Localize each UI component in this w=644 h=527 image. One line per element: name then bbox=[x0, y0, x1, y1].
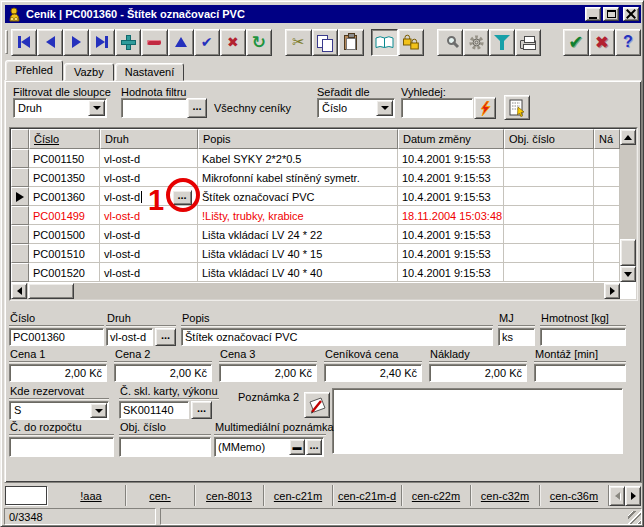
cislo-input[interactable]: PC001360 bbox=[9, 328, 104, 346]
grid-column-header-popis[interactable]: Popis bbox=[198, 129, 398, 149]
grid-cell-popis[interactable]: Štítek označovací PVC bbox=[198, 187, 398, 206]
grid-cell-cislo[interactable]: PC001500 bbox=[29, 225, 100, 244]
row-indicator[interactable] bbox=[11, 149, 29, 168]
grid-cell-obj[interactable] bbox=[504, 225, 594, 244]
grid-cell-druh[interactable]: vl-ost-d bbox=[100, 263, 198, 282]
grid-cell-na[interactable] bbox=[594, 168, 620, 187]
grid-cell-druh[interactable]: vl-ost-d bbox=[100, 244, 198, 263]
row-indicator[interactable] bbox=[11, 206, 29, 225]
scroll-right-button[interactable] bbox=[604, 283, 620, 299]
mm-poznamka-clear-button[interactable]: ▬ bbox=[289, 439, 305, 455]
grid-row-PC001150[interactable]: PC001150vl-ost-dKabel SYKY 2*2*0.510.4.2… bbox=[11, 149, 636, 168]
grid-cell-datum[interactable]: 10.4.2001 9:15:53 bbox=[398, 263, 504, 282]
filter-value-ellipsis-button[interactable]: ... bbox=[187, 98, 207, 118]
report-button[interactable] bbox=[504, 95, 530, 120]
close-form-button[interactable]: ✖ bbox=[589, 29, 615, 56]
grid-cell-na[interactable] bbox=[594, 206, 620, 225]
grid-cell-datum[interactable]: 10.4.2001 9:15:53 bbox=[398, 168, 504, 187]
naklady-input[interactable]: 2,00 Kč bbox=[429, 364, 527, 382]
grid-column-header-datum[interactable]: Datum změny bbox=[398, 129, 504, 149]
tab-prehled[interactable]: Přehled bbox=[5, 60, 63, 81]
grid-cell-cislo[interactable]: PC001360 bbox=[29, 187, 100, 206]
sort-combo[interactable]: Číslo bbox=[317, 98, 395, 118]
row-indicator[interactable] bbox=[11, 187, 29, 206]
grid-vertical-scrollbar[interactable] bbox=[620, 129, 636, 282]
hmotnost-input[interactable] bbox=[540, 328, 626, 346]
grid-cell-popis[interactable]: Lišta vkládací LV 24 * 22 bbox=[198, 225, 398, 244]
popis-input[interactable]: Štítek označovací PVC bbox=[181, 328, 493, 346]
druh-ellipsis-button[interactable]: ... bbox=[155, 328, 176, 346]
grid-cell-cislo[interactable]: PC001350 bbox=[29, 168, 100, 187]
resize-grip[interactable] bbox=[628, 511, 641, 524]
grid-cell-popis[interactable]: !Lišty, trubky, krabice bbox=[198, 206, 398, 225]
horizontal-scroll-thumb[interactable] bbox=[28, 283, 74, 299]
close-button[interactable] bbox=[623, 7, 639, 21]
insert-record-button[interactable] bbox=[115, 29, 141, 56]
settings-button[interactable] bbox=[463, 29, 489, 56]
mm-poznamka-ellipsis-button[interactable]: ... bbox=[306, 439, 322, 455]
chevron-down-icon[interactable] bbox=[376, 100, 393, 116]
grid-horizontal-scrollbar[interactable] bbox=[11, 283, 620, 299]
grid-cell-obj[interactable] bbox=[504, 168, 594, 187]
ok-button[interactable]: ✔ bbox=[563, 29, 589, 56]
lock-button[interactable] bbox=[398, 29, 424, 56]
print-button[interactable] bbox=[515, 29, 541, 56]
grid-cell-obj[interactable] bbox=[504, 244, 594, 263]
grid-cell-na[interactable] bbox=[594, 225, 620, 244]
chevron-down-icon[interactable] bbox=[88, 100, 105, 116]
tabs-scroll-left-button[interactable] bbox=[609, 486, 625, 506]
refresh-button[interactable]: ↻ bbox=[246, 29, 272, 56]
cut-button[interactable]: ✂ bbox=[285, 29, 311, 56]
vertical-scroll-thumb[interactable] bbox=[620, 239, 636, 266]
bottom-tab-cen-8013[interactable]: cen-8013 bbox=[195, 485, 264, 506]
last-record-button[interactable] bbox=[89, 29, 115, 56]
grid-cell-obj[interactable] bbox=[504, 149, 594, 168]
first-record-button[interactable] bbox=[11, 29, 37, 56]
poznamka2-edit-button[interactable] bbox=[304, 392, 330, 418]
row-indicator[interactable] bbox=[11, 263, 29, 282]
copy-button[interactable] bbox=[312, 29, 338, 56]
grid-row-PC001350[interactable]: PC001350vl-ost-dMikrofonní kabel stíněný… bbox=[11, 168, 636, 187]
maximize-button[interactable] bbox=[603, 7, 619, 21]
grid-column-header-druh[interactable]: Druh bbox=[100, 129, 198, 149]
grid-cell-datum[interactable]: 10.4.2001 9:15:53 bbox=[398, 225, 504, 244]
bottom-tab-cen-c36m[interactable]: cen-c36m bbox=[540, 485, 609, 506]
search-execute-button[interactable] bbox=[474, 97, 496, 119]
mm-poznamka-control[interactable]: (MMemo) ▬ ... bbox=[214, 437, 324, 457]
grid-cell-obj[interactable] bbox=[504, 206, 594, 225]
druh-input[interactable]: vl-ost-d bbox=[106, 328, 153, 346]
obj-cislo-input[interactable] bbox=[119, 437, 211, 457]
grid-cell-na[interactable] bbox=[594, 244, 620, 263]
bottom-tab-cen-c21m[interactable]: cen-c21m bbox=[264, 485, 333, 506]
filter-column-combo[interactable]: Druh bbox=[13, 98, 107, 118]
pricelist-quick-filter-box[interactable] bbox=[5, 486, 47, 505]
grid-cell-cislo[interactable]: PC001150 bbox=[29, 149, 100, 168]
cancel-edit-button[interactable]: ✖ bbox=[220, 29, 246, 56]
grid-cell-datum[interactable]: 18.11.2004 15:03:48 bbox=[398, 206, 504, 225]
grid-row-PC001499[interactable]: PC001499vl-ost-d!Lišty, trubky, krabice1… bbox=[11, 206, 636, 225]
row-indicator[interactable] bbox=[11, 168, 29, 187]
browse-book-button[interactable] bbox=[371, 29, 397, 56]
search-input[interactable] bbox=[401, 98, 473, 118]
chevron-down-icon[interactable] bbox=[90, 403, 107, 418]
post-edit-button[interactable]: ✔ bbox=[194, 29, 220, 56]
grid-cell-popis[interactable]: Lišta vkládací LV 40 * 15 bbox=[198, 244, 398, 263]
delete-record-button[interactable] bbox=[141, 29, 167, 56]
grid-cell-cislo[interactable]: PC001510 bbox=[29, 244, 100, 263]
grid-cell-cislo[interactable]: PC001499 bbox=[29, 206, 100, 225]
help-button[interactable]: ? bbox=[615, 29, 641, 56]
cena3-input[interactable]: 2,00 Kč bbox=[219, 364, 317, 382]
bottom-tab-cen-c32m[interactable]: cen-c32m bbox=[471, 485, 540, 506]
tab-vazby[interactable]: Vazby bbox=[64, 63, 114, 81]
minimize-button[interactable] bbox=[585, 7, 601, 21]
cenikova-cena-input[interactable]: 2,40 Kč bbox=[324, 364, 422, 382]
grid-column-header-cislo[interactable]: Číslo bbox=[29, 129, 100, 149]
row-indicator[interactable] bbox=[11, 244, 29, 263]
scroll-up-button[interactable] bbox=[620, 129, 636, 145]
grid-row-PC001360[interactable]: PC001360vl-ost-d...Štítek označovací PVC… bbox=[11, 187, 636, 206]
cena1-input[interactable]: 2,00 Kč bbox=[9, 364, 107, 382]
bottom-tab-!aaa[interactable]: !aaa bbox=[57, 485, 126, 506]
prior-record-button[interactable] bbox=[37, 29, 63, 56]
next-record-button[interactable] bbox=[63, 29, 89, 56]
grid-cell-obj[interactable] bbox=[504, 187, 594, 206]
